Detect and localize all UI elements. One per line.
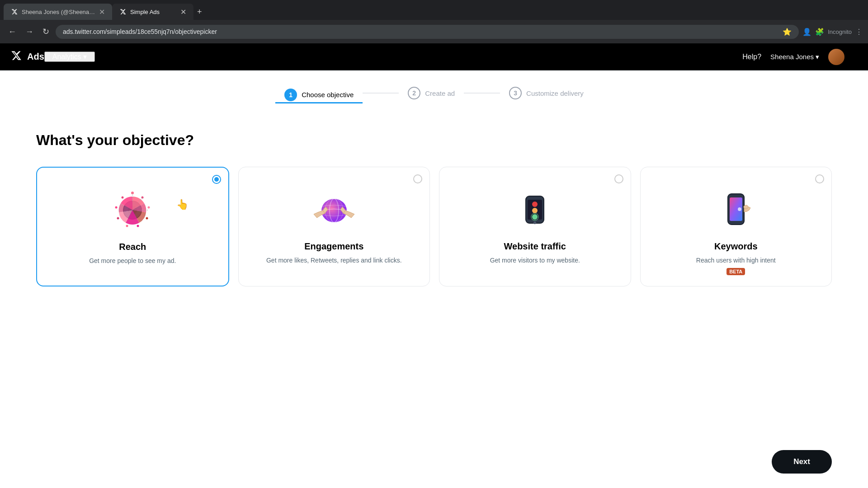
analytics-chevron-icon: ▾ — [83, 52, 87, 61]
browser-tabs: Sheena Jones (@SheenaJone4... ✕ Simple A… — [0, 0, 868, 20]
menu-icon: ⋮ — [855, 28, 863, 36]
nav-logo: Ads — [11, 50, 44, 64]
website-traffic-title: Website traffic — [504, 241, 566, 252]
help-button[interactable]: Help? — [742, 53, 761, 61]
step-1-label: Choose objective — [302, 91, 354, 99]
reach-title: Reach — [119, 242, 146, 252]
user-chevron-icon: ▾ — [816, 53, 819, 61]
step-3-num: 3 — [509, 87, 522, 99]
keywords-icon — [713, 187, 759, 232]
extensions-icon: 🧩 — [815, 28, 824, 36]
add-tab-button[interactable]: + — [193, 7, 206, 17]
step-2[interactable]: 2 Create ad — [399, 81, 464, 105]
refresh-button[interactable]: ↻ — [40, 25, 52, 38]
reach-icon — [110, 188, 155, 233]
step-3-label: Customize delivery — [526, 89, 584, 97]
website-traffic-icon — [512, 187, 557, 232]
keywords-title: Keywords — [714, 241, 758, 252]
svg-point-27 — [744, 205, 748, 209]
twitter-favicon-2 — [119, 8, 127, 15]
keywords-radio[interactable] — [815, 174, 824, 183]
svg-point-6 — [137, 225, 139, 227]
avatar[interactable] — [828, 49, 844, 65]
beta-badge: BETA — [726, 268, 745, 275]
keywords-card[interactable]: Keywords Reach users with high intent BE… — [640, 167, 832, 286]
profile-icon: 👤 — [802, 28, 811, 36]
browser-chrome: Sheena Jones (@SheenaJone4... ✕ Simple A… — [0, 0, 868, 43]
next-button[interactable]: Next — [772, 450, 832, 474]
top-nav: Ads Analytics ▾ Help? Sheena Jones ▾ ▾ — [0, 43, 868, 70]
ads-label: Ads — [27, 52, 44, 62]
tab-sheena-title: Sheena Jones (@SheenaJone4... — [22, 9, 95, 15]
back-button[interactable]: ← — [5, 25, 19, 38]
analytics-button[interactable]: Analytics ▾ — [44, 52, 95, 62]
nav-right: Help? Sheena Jones ▾ ▾ — [742, 49, 857, 65]
tab-sheena[interactable]: Sheena Jones (@SheenaJone4... ✕ — [4, 4, 112, 20]
main-content: What's your objective? — [0, 105, 868, 305]
twitter-favicon — [11, 8, 18, 15]
reach-radio[interactable] — [212, 175, 221, 184]
website-traffic-desc: Get more visitors to my website. — [490, 256, 580, 265]
engagements-card[interactable]: Engagements Get more likes, Retweets, re… — [238, 167, 430, 286]
objective-cards: Reach Get more people to see my ad. — [36, 167, 832, 286]
tab-simpleads-title: Simple Ads — [130, 9, 177, 15]
tab-simpleads[interactable]: Simple Ads ✕ — [112, 4, 193, 20]
user-name-text: Sheena Jones — [770, 53, 814, 61]
svg-point-10 — [122, 197, 124, 199]
svg-point-5 — [146, 217, 148, 220]
step-indicator: 1 Choose objective 2 Create ad 3 Customi… — [0, 70, 868, 105]
browser-actions: 👤 🧩 Incognito ⋮ — [802, 28, 863, 36]
keywords-desc: Reach users with high intent — [696, 256, 776, 265]
engagements-radio[interactable] — [413, 174, 422, 183]
step-2-num: 2 — [408, 87, 420, 99]
tab-simpleads-close[interactable]: ✕ — [180, 8, 186, 16]
user-name[interactable]: Sheena Jones ▾ — [770, 53, 819, 61]
page-title: What's your objective? — [36, 132, 832, 149]
svg-point-28 — [738, 207, 741, 211]
step-2-label: Create ad — [425, 89, 455, 97]
forward-button[interactable]: → — [23, 25, 36, 38]
svg-point-9 — [115, 206, 118, 209]
app: Ads Analytics ▾ Help? Sheena Jones ▾ ▾ 1… — [0, 43, 868, 488]
step-divider-1 — [363, 93, 399, 94]
engagements-title: Engagements — [304, 241, 363, 252]
step-1[interactable]: 1 Choose objective — [275, 83, 363, 103]
address-bar-icons: ⭐ — [783, 28, 792, 36]
avatar-chevron-icon: ▾ — [854, 52, 857, 61]
incognito-label: Incognito — [828, 28, 852, 35]
website-traffic-radio[interactable] — [614, 174, 623, 183]
address-bar-text: ads.twitter.com/simpleads/18ce55njq7n/ob… — [63, 28, 779, 35]
address-bar[interactable]: ads.twitter.com/simpleads/18ce55njq7n/ob… — [56, 25, 799, 39]
svg-point-8 — [117, 217, 119, 220]
reach-card[interactable]: Reach Get more people to see my ad. — [36, 167, 229, 286]
tab-sheena-close[interactable]: ✕ — [99, 8, 105, 16]
engagements-icon — [311, 187, 357, 232]
svg-point-7 — [126, 225, 128, 227]
step-3[interactable]: 3 Customize delivery — [500, 81, 593, 105]
svg-point-4 — [148, 206, 150, 209]
analytics-label: Analytics — [52, 53, 81, 61]
engagements-desc: Get more likes, Retweets, replies and li… — [266, 256, 402, 265]
svg-point-19 — [532, 202, 538, 207]
step-1-num: 1 — [284, 89, 297, 101]
svg-point-21 — [532, 214, 538, 220]
website-traffic-card[interactable]: Website traffic Get more visitors to my … — [439, 167, 631, 286]
x-logo — [11, 50, 22, 64]
svg-point-23 — [533, 221, 536, 224]
browser-toolbar: ← → ↻ ads.twitter.com/simpleads/18ce55nj… — [0, 20, 868, 43]
next-button-wrap: Next — [772, 450, 832, 474]
svg-point-20 — [532, 208, 538, 213]
reach-desc: Get more people to see my ad. — [89, 257, 176, 266]
step-divider-2 — [464, 93, 500, 94]
